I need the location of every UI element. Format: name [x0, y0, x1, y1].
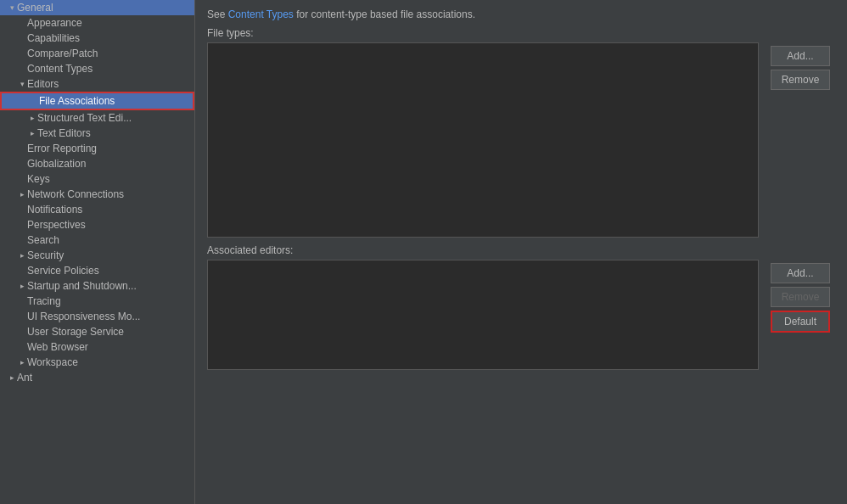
sidebar-item-security[interactable]: Security [0, 248, 194, 263]
sidebar-item-capabilities[interactable]: Capabilities [0, 31, 194, 46]
arrow-text-editors [27, 129, 37, 137]
arrow-security [17, 251, 27, 260]
arrow-general [7, 3, 17, 12]
remove-file-type-button[interactable]: Remove [771, 70, 830, 90]
sidebar-item-label-general: General [17, 2, 53, 14]
main-area: See Content Types for content-type based… [195, 0, 847, 504]
sidebar-item-content-types[interactable]: Content Types [0, 61, 194, 76]
content-types-link[interactable]: Content Types [228, 8, 294, 20]
sidebar-item-label-file-associations: File Associations [39, 95, 115, 107]
sidebar-item-label-search: Search [27, 234, 59, 246]
sidebar-item-error-reporting[interactable]: Error Reporting [0, 141, 194, 156]
sidebar-item-label-web-browser: Web Browser [27, 341, 88, 353]
default-button[interactable]: Default [771, 311, 830, 333]
editors-buttons: Add... Remove Default [766, 260, 835, 336]
sidebar-item-label-compare-patch: Compare/Patch [27, 48, 98, 59]
file-types-section: Add... Remove [207, 42, 835, 238]
sidebar-item-compare-patch[interactable]: Compare/Patch [0, 46, 194, 61]
sidebar: GeneralAppearanceCapabilitiesCompare/Pat… [0, 0, 195, 504]
sidebar-item-label-structured-text: Structured Text Edi... [37, 112, 132, 124]
sidebar-item-label-security: Security [27, 249, 64, 261]
sidebar-item-label-notifications: Notifications [27, 204, 82, 216]
sidebar-item-notifications[interactable]: Notifications [0, 202, 194, 217]
sidebar-item-label-capabilities: Capabilities [27, 32, 80, 44]
file-types-label: File types: [207, 27, 835, 39]
header-after: for content-type based file associations… [294, 8, 475, 20]
sidebar-item-label-user-storage: User Storage Service [27, 326, 124, 338]
editors-list-container [207, 260, 759, 370]
sidebar-item-startup-shutdown[interactable]: Startup and Shutdown... [0, 278, 194, 294]
sidebar-item-label-network-connections: Network Connections [27, 188, 124, 200]
remove-editor-button[interactable]: Remove [771, 287, 830, 307]
sidebar-item-label-workspace: Workspace [27, 356, 78, 368]
sidebar-item-perspectives[interactable]: Perspectives [0, 217, 194, 232]
sidebar-item-label-tracing: Tracing [27, 295, 61, 307]
content-panel: See Content Types for content-type based… [195, 0, 847, 504]
arrow-network-connections [17, 190, 27, 199]
sidebar-item-label-service-policies: Service Policies [27, 265, 99, 277]
arrow-startup-shutdown [17, 282, 27, 290]
sidebar-item-appearance[interactable]: Appearance [0, 15, 194, 31]
content-header: See Content Types for content-type based… [207, 8, 835, 20]
sidebar-item-label-content-types: Content Types [27, 63, 93, 75]
sidebar-item-label-globalization: Globalization [27, 158, 86, 170]
sidebar-item-ant[interactable]: Ant [0, 370, 194, 385]
sidebar-item-ui-responsiveness[interactable]: UI Responsiveness Mo... [0, 309, 194, 324]
header-text: See [207, 8, 228, 20]
sidebar-item-globalization[interactable]: Globalization [0, 156, 194, 171]
arrow-structured-text [27, 114, 37, 122]
sidebar-item-file-associations[interactable]: File Associations [0, 92, 194, 110]
sidebar-item-web-browser[interactable]: Web Browser [0, 339, 194, 355]
file-types-buttons: Add... Remove [766, 42, 835, 93]
sidebar-item-tracing[interactable]: Tracing [0, 294, 194, 309]
sidebar-item-label-startup-shutdown: Startup and Shutdown... [27, 280, 137, 292]
sidebar-item-structured-text[interactable]: Structured Text Edi... [0, 110, 194, 126]
arrow-editors [17, 80, 27, 88]
sidebar-item-service-policies[interactable]: Service Policies [0, 263, 194, 278]
arrow-ant [7, 373, 17, 382]
file-types-list[interactable] [208, 43, 758, 237]
sidebar-item-label-ant: Ant [17, 372, 32, 384]
sidebar-item-label-text-editors: Text Editors [37, 127, 91, 139]
sidebar-item-network-connections[interactable]: Network Connections [0, 187, 194, 202]
associated-editors-label: Associated editors: [207, 244, 835, 256]
sidebar-item-search[interactable]: Search [0, 232, 194, 248]
editors-section: Add... Remove Default [207, 260, 835, 370]
file-types-list-container [207, 42, 759, 238]
editors-list[interactable] [208, 260, 758, 369]
sidebar-item-label-error-reporting: Error Reporting [27, 143, 97, 154]
sidebar-item-keys[interactable]: Keys [0, 171, 194, 187]
sidebar-item-text-editors[interactable]: Text Editors [0, 126, 194, 141]
sidebar-item-user-storage[interactable]: User Storage Service [0, 324, 194, 339]
sidebar-item-workspace[interactable]: Workspace [0, 355, 194, 370]
sidebar-item-label-appearance: Appearance [27, 17, 82, 29]
sidebar-item-label-keys: Keys [27, 173, 50, 185]
add-file-type-button[interactable]: Add... [771, 46, 830, 66]
sidebar-item-general[interactable]: General [0, 0, 194, 15]
add-editor-button[interactable]: Add... [771, 263, 830, 283]
sidebar-item-label-perspectives: Perspectives [27, 219, 86, 231]
sidebar-scroll[interactable]: GeneralAppearanceCapabilitiesCompare/Pat… [0, 0, 194, 504]
sidebar-item-label-editors: Editors [27, 78, 59, 90]
sidebar-item-label-ui-responsiveness: UI Responsiveness Mo... [27, 311, 140, 322]
arrow-workspace [17, 358, 27, 367]
sidebar-item-editors[interactable]: Editors [0, 76, 194, 92]
